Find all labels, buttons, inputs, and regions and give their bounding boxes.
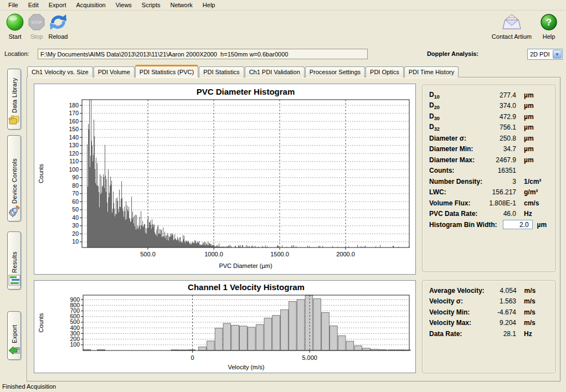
stat-value: 250.8 xyxy=(484,135,521,142)
velocity-histogram-chart: Channel 1 Velocity Histogram100200300400… xyxy=(34,281,415,373)
stat-row: D30472.9µm xyxy=(429,111,550,122)
stop-button[interactable]: STOP Stop xyxy=(27,12,47,40)
stat-row: D20374.0µm xyxy=(429,101,550,112)
svg-text:40: 40 xyxy=(72,214,79,221)
svg-text:130: 130 xyxy=(69,142,79,148)
start-button[interactable]: Start xyxy=(4,12,25,40)
pvc-statistics-panel: D10277.4µmD20374.0µmD30472.9µmD32756.1µm… xyxy=(422,85,555,272)
help-button[interactable]: ? Help xyxy=(539,12,558,40)
svg-text:10: 10 xyxy=(72,238,79,245)
sidebar-item-export[interactable]: Export xyxy=(7,311,21,360)
tab-pdi-statistics[interactable]: PDI Statistics xyxy=(199,66,244,78)
stat-label: Diameter σ: xyxy=(429,135,484,142)
stat-value: 34.7 xyxy=(484,145,521,153)
stat-label: Volume Flux: xyxy=(429,199,484,207)
results-chart-icon xyxy=(8,275,20,287)
sidebar-item-data-library[interactable]: Data Library xyxy=(7,69,21,130)
svg-text:200: 200 xyxy=(70,336,80,342)
menu-item-scripts[interactable]: Scripts xyxy=(137,1,166,9)
stat-row: Volume Flux:1.808E-1cm/s xyxy=(429,198,550,209)
tab-content: PVC Diameter Histogram102030405060708090… xyxy=(27,77,560,381)
stat-label: Diameter Min: xyxy=(429,145,484,153)
menu-item-export[interactable]: Export xyxy=(44,1,71,9)
status-text: Finished Acquisition xyxy=(2,383,56,390)
reload-button-label: Reload xyxy=(48,33,69,40)
tab-pdi-statistics-pvc[interactable]: PDI Statistics (PVC) xyxy=(135,65,198,78)
stat-unit: Hz xyxy=(521,330,550,338)
svg-text:140: 140 xyxy=(69,134,79,141)
doppler-analysis-label: Doppler Analysis: xyxy=(427,50,478,57)
application-window: FileEditExportAcquisitionViewsScriptsNet… xyxy=(0,0,566,392)
chevron-down-icon[interactable]: ▼ xyxy=(553,50,562,59)
stat-value: -4.674 xyxy=(484,308,521,316)
doppler-analysis-value: 2D PDI xyxy=(528,51,552,58)
gears-icon xyxy=(8,205,20,219)
stat-unit: m/s xyxy=(521,287,551,295)
location-row: Location: Doppler Analysis: 2D PDI ▼ xyxy=(0,48,566,62)
svg-text:STOP: STOP xyxy=(32,20,42,24)
stat-unit: cm/s xyxy=(521,199,550,207)
velocity-statistics-panel: Average Velocity:4.054m/sVelocity σ:1.56… xyxy=(422,280,555,373)
stat-value: 374.0 xyxy=(484,102,521,110)
stat-unit: g/m³ xyxy=(521,188,550,196)
stat-value: 16351 xyxy=(484,167,521,174)
tab-processor-settings[interactable]: Processor Settings xyxy=(305,66,365,78)
menu-item-network[interactable]: Network xyxy=(165,1,197,9)
menu-item-help[interactable]: Help xyxy=(198,1,220,9)
help-icon: ? xyxy=(539,12,558,32)
velocity-histogram-panel: Channel 1 Velocity Histogram100200300400… xyxy=(34,280,416,373)
reload-button[interactable]: Reload xyxy=(48,12,69,40)
stat-label: Velocity Max: xyxy=(429,319,484,327)
tab-ch1-pdi-validation[interactable]: Ch1 PDI Validation xyxy=(245,66,305,78)
tab-bar: Ch1 Velocity vs. SizePDI VolumePDI Stati… xyxy=(27,65,459,78)
stat-value: 3 xyxy=(484,178,521,185)
stat-label: D32 xyxy=(429,123,484,132)
folders-icon xyxy=(8,115,20,127)
stat-value: 756.1 xyxy=(484,123,521,131)
svg-text:900: 900 xyxy=(70,296,80,303)
stat-value: 9.204 xyxy=(484,319,521,327)
bin-width-input[interactable] xyxy=(503,220,533,229)
menu-item-edit[interactable]: Edit xyxy=(23,1,44,9)
doppler-analysis-dropdown[interactable]: 2D PDI ▼ xyxy=(527,49,563,60)
stat-unit: m/s xyxy=(521,297,550,305)
tab-pdi-time-history[interactable]: PDI Time History xyxy=(404,66,459,78)
stat-unit: µm xyxy=(521,91,550,99)
svg-text:80: 80 xyxy=(72,182,79,189)
start-icon xyxy=(4,12,25,32)
reload-icon xyxy=(48,12,69,32)
tab-ch1-velocity-vs-size[interactable]: Ch1 Velocity vs. Size xyxy=(27,66,93,78)
stat-label: PVC Data Rate: xyxy=(429,210,484,218)
svg-text:110: 110 xyxy=(69,158,79,164)
svg-text:1000.0: 1000.0 xyxy=(204,251,223,257)
svg-text:180: 180 xyxy=(69,102,79,109)
stop-button-label: Stop xyxy=(27,33,47,40)
stat-row: Number Density:31/cm³ xyxy=(429,176,550,187)
svg-text:Counts: Counts xyxy=(38,164,44,183)
contact-artium-button[interactable]: Contact Artium xyxy=(492,12,532,40)
svg-text:100: 100 xyxy=(70,341,80,348)
stat-label: Data Rate: xyxy=(429,330,484,338)
tab-pdi-volume[interactable]: PDI Volume xyxy=(94,66,135,78)
stat-unit: µm xyxy=(521,102,550,110)
svg-text:30: 30 xyxy=(72,222,79,229)
svg-text:PVC Diameter Histogram: PVC Diameter Histogram xyxy=(197,87,295,96)
svg-text:1500.0: 1500.0 xyxy=(270,251,289,257)
svg-text:?: ? xyxy=(546,17,552,28)
sidebar-item-device-controls[interactable]: Device Controls xyxy=(7,135,21,221)
svg-text:100: 100 xyxy=(69,166,79,173)
menu-item-file[interactable]: File xyxy=(3,1,23,9)
stat-label: Counts: xyxy=(429,167,484,174)
stat-value: 1.808E-1 xyxy=(484,199,521,207)
svg-text:5.000: 5.000 xyxy=(302,354,317,361)
menu-item-views[interactable]: Views xyxy=(111,1,137,9)
pvc-diameter-histogram-chart: PVC Diameter Histogram102030405060708090… xyxy=(34,84,415,274)
stat-row: LWC:156.217g/m³ xyxy=(429,187,550,198)
menu-item-acquisition[interactable]: Acquisition xyxy=(71,1,111,9)
stat-unit: m/s xyxy=(521,319,550,327)
sidebar-item-results[interactable]: Results xyxy=(7,231,21,290)
stat-value: 2467.9 xyxy=(484,156,521,164)
start-button-label: Start xyxy=(4,33,25,40)
tab-pdi-optics[interactable]: PDI Optics xyxy=(366,66,404,78)
location-input[interactable] xyxy=(38,49,368,59)
